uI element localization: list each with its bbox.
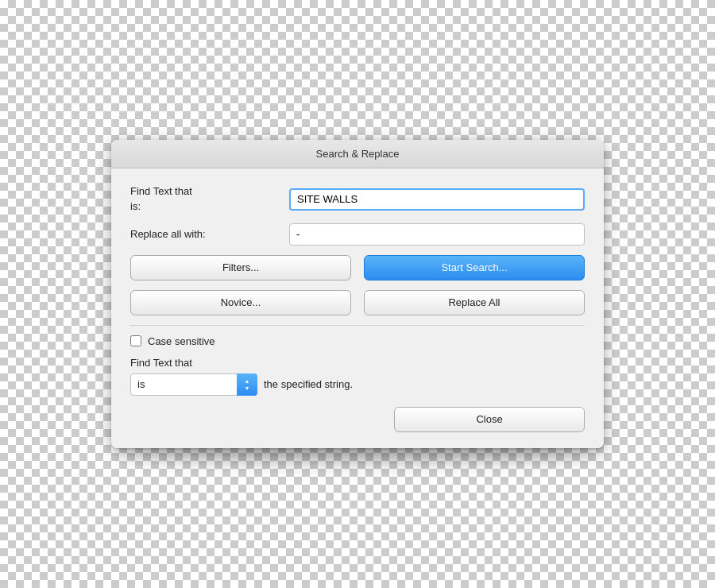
suffix-text: the specified string. [264,378,353,390]
dialog-shadow: Search & Replace Find Text thatis: Repla… [111,140,604,447]
divider [130,325,585,326]
case-sensitive-checkbox[interactable] [130,335,141,346]
case-sensitive-row: Case sensitive [130,335,585,347]
select-wrapper: is is not contains starts with ends with [130,373,257,396]
find-label: Find Text thatis: [130,184,289,213]
condition-select[interactable]: is is not contains starts with ends with [130,373,257,396]
case-sensitive-label: Case sensitive [148,335,215,347]
replace-all-button[interactable]: Replace All [364,290,585,315]
button-row-2: Novice... Replace All [130,290,585,315]
replace-row: Replace all with: [130,223,585,246]
find-text-controls: is is not contains starts with ends with… [130,373,585,396]
replace-input[interactable] [289,223,585,246]
novice-button[interactable]: Novice... [130,290,351,315]
close-button[interactable]: Close [394,407,585,432]
start-search-button[interactable]: Start Search... [364,255,585,280]
search-replace-dialog: Search & Replace Find Text thatis: Repla… [111,140,604,447]
find-row: Find Text thatis: [130,184,585,213]
dialog-content: Find Text thatis: Replace all with: Filt… [111,168,604,447]
close-row: Close [130,407,585,432]
filters-button[interactable]: Filters... [130,255,351,280]
dialog-title: Search & Replace [316,148,400,160]
replace-label: Replace all with: [130,227,289,242]
find-text-row-label: Find Text that [130,357,585,369]
dialog-titlebar: Search & Replace [111,140,604,168]
find-input[interactable] [289,188,585,211]
find-text-dropdown-row: Find Text that is is not contains starts… [130,357,585,396]
button-row-1: Filters... Start Search... [130,255,585,280]
